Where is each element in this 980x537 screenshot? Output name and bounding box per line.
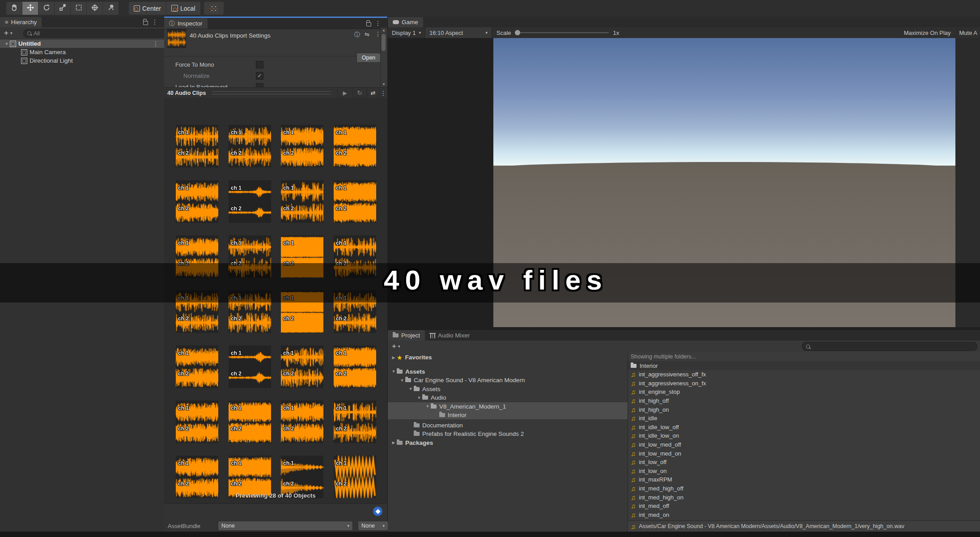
list-item-audio[interactable]: ♫int_low_off bbox=[628, 458, 980, 467]
list-item-audio[interactable]: ♫int_low_med_off bbox=[628, 440, 980, 449]
grid-snap-button[interactable] bbox=[204, 2, 224, 15]
scroll-up-icon[interactable]: ▲ bbox=[381, 28, 387, 32]
preview-size-slider[interactable] bbox=[212, 91, 331, 94]
hand-tool-button[interactable] bbox=[6, 2, 22, 15]
lock-icon[interactable] bbox=[366, 22, 371, 26]
asset-labels-icon[interactable] bbox=[373, 507, 382, 516]
mute-audio-toggle[interactable]: Mute A bbox=[956, 27, 980, 38]
setting-checkbox[interactable] bbox=[256, 61, 263, 68]
custom-tools-button[interactable] bbox=[103, 2, 119, 15]
lock-icon[interactable] bbox=[143, 21, 148, 25]
list-item-audio[interactable]: ♫int_aggressiveness_on_fx bbox=[628, 379, 980, 388]
audio-clip-preview[interactable]: ch 1ch 2 bbox=[281, 125, 323, 167]
audio-clip-preview[interactable]: ch 1ch 2 bbox=[334, 456, 376, 498]
loop-icon[interactable]: ⇄ bbox=[367, 90, 379, 96]
scale-tool-button[interactable] bbox=[55, 2, 70, 15]
create-dropdown-caret[interactable]: ▾ bbox=[398, 344, 400, 349]
assetbundle-dropdown[interactable]: None ▾ bbox=[218, 521, 353, 531]
tab-hierarchy[interactable]: ≡ Hierarchy bbox=[0, 17, 42, 27]
audio-clip-preview[interactable]: ch 1ch 2 bbox=[334, 180, 376, 223]
setting-checkbox[interactable]: ✓ bbox=[256, 72, 263, 80]
expand-arrow-icon[interactable]: ▶ bbox=[390, 440, 397, 445]
rotation-mode-button[interactable]: Local bbox=[166, 2, 200, 15]
audio-clip-preview[interactable]: ch 1ch 2 bbox=[281, 456, 323, 498]
audio-clip-preview[interactable]: ch 1ch 2 bbox=[229, 180, 271, 223]
play-icon[interactable]: ▶ bbox=[338, 90, 352, 96]
project-tree-item[interactable]: ▼Audio bbox=[388, 393, 628, 402]
hierarchy-item[interactable]: Main Camera bbox=[0, 48, 164, 56]
autoplay-icon[interactable]: ↻ bbox=[352, 90, 367, 96]
project-tree-item[interactable]: ▼Assets bbox=[388, 385, 628, 393]
list-item-audio[interactable]: ♫int_aggressiveness_off_fx bbox=[628, 370, 980, 379]
audio-clip-preview[interactable]: ch 1ch 2 bbox=[176, 401, 218, 443]
project-tree-item[interactable]: ▶★Favorites bbox=[388, 353, 628, 362]
scene-menu-icon[interactable]: ⋮ bbox=[153, 40, 159, 47]
project-tree-item[interactable]: Documentation bbox=[388, 421, 628, 430]
audio-clip-preview[interactable]: ch 1ch 2 bbox=[281, 180, 323, 223]
list-item-audio[interactable]: ♫int_high_on bbox=[628, 405, 980, 414]
hierarchy-item[interactable]: Directional Light bbox=[0, 56, 164, 65]
project-tree-item[interactable]: ▼Car Engine Sound - V8 American Modern bbox=[388, 376, 628, 384]
audio-clip-preview[interactable]: ch 1ch 2 bbox=[229, 125, 271, 167]
audio-clip-preview[interactable]: ch 1ch 2 bbox=[229, 456, 271, 498]
audio-clip-preview[interactable]: ch 1ch 2 bbox=[176, 456, 218, 498]
expand-arrow-icon[interactable]: ▼ bbox=[407, 387, 414, 391]
audio-clip-preview[interactable]: ch 1ch 2 bbox=[334, 345, 376, 388]
rect-tool-button[interactable] bbox=[71, 2, 86, 15]
create-asset-button[interactable]: + bbox=[392, 342, 396, 351]
project-search-input[interactable] bbox=[802, 342, 977, 351]
preview-menu-icon[interactable]: ⋮ bbox=[379, 90, 387, 97]
expand-arrow-icon[interactable]: ▼ bbox=[416, 396, 422, 400]
add-dropdown-caret[interactable]: ▾ bbox=[10, 31, 13, 35]
audio-clip-preview[interactable]: ch 1ch 2 bbox=[229, 345, 271, 388]
aspect-dropdown[interactable]: 16:10 Aspect ▾ bbox=[425, 27, 492, 38]
hierarchy-search-input[interactable]: All bbox=[23, 29, 168, 38]
expand-arrow-icon[interactable]: ▶ bbox=[390, 355, 397, 360]
list-item-audio[interactable]: ♫int_low_med_on bbox=[628, 449, 980, 458]
scrollbar-thumb[interactable] bbox=[382, 34, 386, 51]
scale-slider-track[interactable] bbox=[520, 32, 609, 33]
tab-project[interactable]: Project bbox=[388, 330, 425, 341]
inspector-menu-icon[interactable]: ⋮ bbox=[375, 20, 381, 27]
audio-clip-preview[interactable]: ch 1ch 2 bbox=[281, 401, 323, 443]
list-item-audio[interactable]: ♫int_idle bbox=[628, 414, 980, 423]
audio-clip-preview[interactable]: ch 1ch 2 bbox=[334, 125, 376, 167]
scale-slider-knob[interactable] bbox=[515, 30, 520, 35]
expand-arrow-icon[interactable]: ▼ bbox=[390, 369, 397, 374]
audio-clip-preview[interactable]: ch 1ch 2 bbox=[176, 180, 218, 223]
tab-game[interactable]: Game bbox=[388, 17, 423, 27]
expand-arrow-icon[interactable]: ▼ bbox=[424, 404, 431, 409]
list-item-audio[interactable]: ♫int_med_on bbox=[628, 510, 980, 519]
add-gameobject-button[interactable]: + bbox=[4, 29, 8, 38]
project-tree-item[interactable]: ▼V8_American_Modern_1 bbox=[388, 402, 628, 411]
list-item-audio[interactable]: ♫int_high_off bbox=[628, 396, 980, 405]
audio-clip-preview[interactable]: ch 1ch 2 bbox=[229, 401, 271, 443]
audio-clip-preview[interactable]: ch 1ch 2 bbox=[334, 401, 376, 443]
tab-audio-mixer[interactable]: Audio Mixer bbox=[425, 330, 475, 341]
scene-row[interactable]: ▼ Untitled ⋮ bbox=[0, 39, 164, 48]
project-tree-item[interactable]: Prefabs for Realistic Engine Sounds 2 bbox=[388, 430, 628, 438]
scroll-down-icon[interactable]: ▼ bbox=[381, 82, 387, 86]
project-tree-item[interactable]: ▶Packages bbox=[388, 439, 628, 447]
expand-arrow-icon[interactable]: ▼ bbox=[399, 378, 405, 383]
rotate-tool-button[interactable] bbox=[38, 2, 54, 15]
inspector-scrollbar[interactable]: ▲ ▼ bbox=[380, 28, 387, 87]
list-item-folder[interactable]: Interior bbox=[628, 361, 980, 370]
help-icon[interactable]: ⓘ bbox=[354, 31, 360, 39]
list-item-audio[interactable]: ♫int_engine_stop bbox=[628, 388, 980, 396]
pivot-mode-button[interactable]: Center bbox=[129, 2, 166, 15]
presets-icon[interactable]: ⇋ bbox=[365, 31, 369, 38]
list-item-audio[interactable]: ♫int_med_high_off bbox=[628, 484, 980, 493]
list-item-audio[interactable]: ♫int_maxRPM bbox=[628, 475, 980, 484]
audio-clip-preview[interactable]: ch 1ch 2 bbox=[176, 345, 218, 388]
list-item-audio[interactable]: ♫int_idle_low_off bbox=[628, 422, 980, 431]
maximize-on-play-toggle[interactable]: Maximize On Play bbox=[899, 30, 956, 36]
list-item-audio[interactable]: ♫int_idle_low_on bbox=[628, 431, 980, 440]
display-dropdown[interactable]: Display 1 ▾ bbox=[388, 27, 425, 38]
project-tree-item[interactable]: ▼Assets bbox=[388, 367, 628, 376]
move-tool-button[interactable] bbox=[22, 2, 38, 15]
list-item-audio[interactable]: ♫int_med_off bbox=[628, 502, 980, 511]
audio-clip-preview[interactable]: ch 1ch 2 bbox=[281, 345, 323, 388]
assetbundle-variant-dropdown[interactable]: None ▾ bbox=[358, 521, 388, 531]
hierarchy-menu-icon[interactable]: ⋮ bbox=[152, 18, 158, 26]
